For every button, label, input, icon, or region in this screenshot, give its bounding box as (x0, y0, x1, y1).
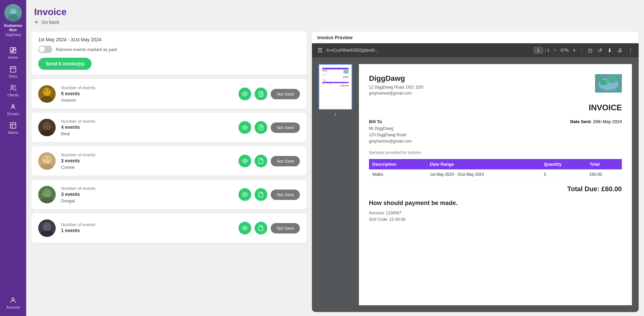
client-name-autumn: Autumn (61, 98, 233, 103)
sidebar-item-groups[interactable]: Groups (0, 100, 26, 118)
sidebar-item-diary[interactable]: Diary (0, 62, 26, 81)
svg-point-44 (43, 189, 51, 198)
pdf-fit-page-button[interactable]: ⊡ (587, 47, 594, 54)
events-label-bear: Number of events (61, 119, 233, 124)
pdf-table: Description Date Range Quantity Total Wa… (369, 159, 622, 180)
view-button-last[interactable] (238, 222, 251, 234)
pdf-table-header-daterange: Date Range (426, 159, 540, 169)
document-button-autumn[interactable] (255, 88, 267, 100)
pdf-table-header-total: Total (586, 159, 622, 169)
svg-point-40 (44, 157, 46, 160)
pdf-page-input[interactable] (534, 47, 543, 54)
svg-point-23 (43, 88, 51, 96)
not-sent-button-cookie[interactable]: Not Sent (271, 156, 300, 166)
pdf-invoice-title: INVOICE (369, 103, 622, 112)
pdf-company-info: DiggDawg 12 DiggDawg Road, DD1 1DD greyh… (369, 74, 423, 96)
document-button-bear[interactable] (255, 121, 267, 134)
client-avatar-last (38, 219, 56, 237)
client-card-bear: Number of events 4 events Bear (32, 113, 307, 142)
sidebar-item-groups-label: Groups (7, 112, 19, 116)
client-name-cookie: Cookie (61, 165, 233, 170)
svg-point-46 (44, 191, 46, 193)
not-sent-button-dougal[interactable]: Not Sent (271, 190, 300, 200)
pdf-thumbnail[interactable]: DiggDawg 12 DiggDawg RoadDD1 1DD INVOICE… (319, 64, 352, 110)
client-actions-bear: Not Sent (238, 121, 300, 134)
not-sent-button-bear[interactable]: Not Sent (271, 122, 300, 133)
svg-point-3 (10, 9, 12, 11)
client-info-dougal: Number of events 3 events Dougal (61, 186, 233, 203)
pdf-menu-icon[interactable]: ☰ (316, 45, 324, 55)
not-sent-button-last[interactable]: Not Sent (271, 223, 300, 233)
client-card-autumn: Number of events 5 events Autumn (32, 79, 307, 109)
pdf-bill-to: Bill To Mr DiggDawg 123 DiggDawg Road gr… (369, 119, 412, 145)
sidebar-item-diary-label: Diary (9, 74, 17, 78)
svg-point-42 (244, 160, 246, 162)
pdf-actions: ⊡ ↺ ⬇ 🖨 ⋮ (587, 47, 635, 54)
pdf-page-control: / 1 (534, 47, 549, 54)
pdf-thumbnail-inner: DiggDawg 12 DiggDawg RoadDD1 1DD INVOICE… (321, 67, 350, 107)
pdf-download-button[interactable]: ⬇ (606, 47, 613, 54)
client-card-last: Number of events 1 events (32, 213, 307, 243)
events-count-last: 1 events (61, 228, 233, 233)
client-name-bear: Bear (61, 131, 233, 136)
pdf-thumbnail-col: DiggDawg 12 DiggDawg RoadDD1 1DD INVOICE… (319, 64, 352, 305)
not-sent-button-autumn[interactable]: Not Sent (271, 89, 300, 99)
svg-point-25 (44, 90, 46, 92)
sidebar: Grahamne Muir DiggDawg Home Diary (0, 0, 26, 316)
document-button-last[interactable] (255, 222, 267, 234)
client-name-dougal: Dougal (61, 198, 233, 203)
view-button-cookie[interactable] (238, 155, 251, 167)
client-avatar-bear (38, 119, 56, 136)
pdf-more-button[interactable]: ⋮ (627, 47, 635, 54)
send-invoices-button[interactable]: Send 6 invoice(s) (38, 58, 92, 70)
document-button-cookie[interactable] (255, 155, 267, 167)
pdf-rotate-button[interactable]: ↺ (596, 47, 603, 54)
svg-point-49 (43, 222, 51, 231)
svg-point-4 (14, 8, 16, 10)
events-count-bear: 4 events (61, 124, 233, 130)
sidebar-item-clients[interactable]: Clients (0, 81, 26, 100)
sidebar-item-home[interactable]: Home (0, 43, 26, 62)
sidebar-item-account[interactable]: Account (0, 293, 26, 312)
client-actions-last: Not Sent (238, 222, 300, 234)
document-button-dougal[interactable] (255, 188, 267, 201)
view-button-autumn[interactable] (238, 88, 251, 100)
events-label-dougal: Number of events (61, 186, 233, 191)
client-info-autumn: Number of events 5 events Autumn (61, 85, 233, 103)
pdf-zoom-out-button[interactable]: − (552, 47, 558, 54)
client-avatar-cookie (38, 152, 56, 170)
client-card-cookie: Number of events 3 events Cookie (32, 146, 307, 176)
svg-point-33 (43, 122, 46, 125)
go-back-button[interactable]: Go back (34, 19, 636, 25)
svg-point-38 (43, 155, 51, 164)
pdf-filename: 6+vCcxP8He535DQplbmR... (327, 48, 531, 53)
svg-point-41 (48, 157, 50, 160)
preview-header: Invoice Preview (312, 32, 639, 43)
remove-paid-toggle[interactable] (38, 46, 52, 53)
client-actions-cookie: Not Sent (238, 155, 300, 167)
events-count-cookie: 3 events (61, 158, 233, 163)
events-count-dougal: 3 events (61, 192, 233, 197)
pdf-bill-section: Bill To Mr DiggDawg 123 DiggDawg Road gr… (369, 119, 622, 145)
go-back-label: Go back (42, 19, 59, 25)
pdf-total-due: Total Due: £60.00 (369, 185, 622, 193)
svg-point-14 (12, 105, 14, 107)
client-card-dougal: Number of events 3 events Dougal (32, 180, 307, 209)
pdf-content: DiggDawg 12 DiggDawg RoadDD1 1DD INVOICE… (312, 57, 639, 312)
svg-point-34 (48, 122, 51, 125)
client-avatar-autumn (38, 85, 56, 103)
events-label-last: Number of events (61, 222, 233, 227)
svg-point-55 (599, 80, 607, 85)
pdf-zoom-in-button[interactable]: + (572, 47, 577, 54)
pdf-zoom-level: 67% (560, 48, 569, 53)
svg-rect-5 (10, 48, 13, 51)
pdf-payment-title: How should payment be made. (369, 200, 622, 207)
pdf-payment-details: Account: 1234567 Sort Code: 12-34-56 (369, 210, 622, 223)
avatar (4, 4, 22, 21)
sidebar-item-admin[interactable]: Admin (0, 118, 26, 137)
view-button-dougal[interactable] (238, 188, 251, 201)
page-header: Invoice Go back (26, 0, 644, 28)
client-actions-dougal: Not Sent (238, 188, 300, 201)
pdf-print-button[interactable]: 🖨 (616, 47, 624, 54)
view-button-bear[interactable] (238, 121, 251, 134)
